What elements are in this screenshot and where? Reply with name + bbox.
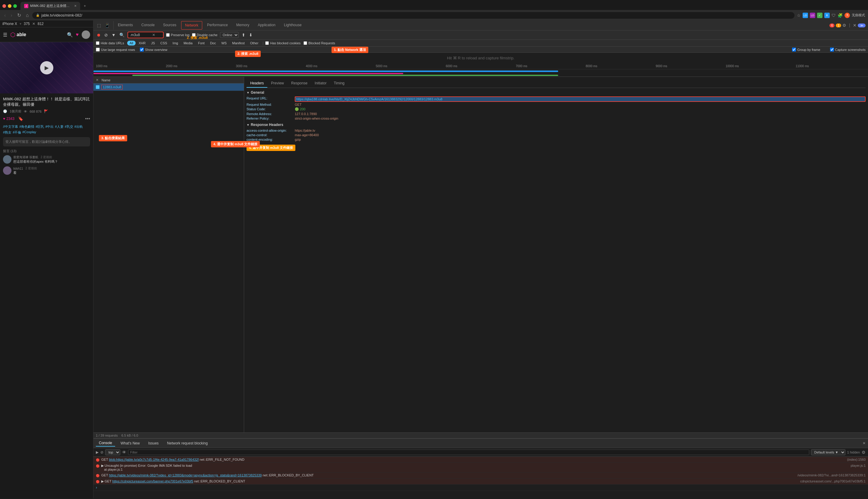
large-rows-option[interactable]: Use large request rows xyxy=(96,48,135,51)
console-context-selector[interactable]: top xyxy=(105,449,120,455)
tab-close-button[interactable]: ✕ xyxy=(74,4,76,8)
console-tab-issues[interactable]: Issues xyxy=(145,440,162,446)
filter-css-button[interactable]: CSS xyxy=(158,41,170,46)
site-search-icon[interactable]: 🔍 xyxy=(67,32,73,38)
clear-button[interactable]: ⊘ xyxy=(104,32,109,38)
search-filter-box[interactable]: ✕ xyxy=(127,32,164,38)
filter-img-button[interactable]: Img xyxy=(170,41,181,46)
entry-4-link[interactable]: cdnpictureasset.com/...php7001e67e03bf5:… xyxy=(800,479,866,483)
tag-big[interactable]: #巨乳 xyxy=(36,124,44,129)
console-filter-input[interactable] xyxy=(128,450,809,455)
back-button[interactable]: ‹ xyxy=(3,12,7,19)
minimize-traffic-light[interactable] xyxy=(8,4,11,8)
video-thumbnail[interactable]: ▶ xyxy=(0,42,93,94)
devtools-more-icon[interactable]: ⋮ xyxy=(847,23,852,28)
console-levels-selector[interactable]: Default levels ▼ xyxy=(811,449,845,455)
filter-xhr-button[interactable]: XHR xyxy=(136,41,148,46)
tag-wife[interactable]: #人妻 xyxy=(55,124,64,129)
devtools-close-icon[interactable]: ✕ xyxy=(853,23,857,28)
tab-elements[interactable]: Elements xyxy=(114,21,137,30)
console-settings-icon[interactable]: ⚙ xyxy=(862,450,866,455)
console-tab-console[interactable]: Console xyxy=(96,440,115,447)
filter-clear-button[interactable]: ✕ xyxy=(152,33,155,37)
inspect-icon[interactable]: ⬚ xyxy=(96,21,102,29)
entry-3-url[interactable]: https://jable.tv/videos/mimk-082/?video_… xyxy=(109,473,261,477)
record-button[interactable]: ⏺ xyxy=(96,32,101,38)
hide-data-urls-checkbox[interactable]: Hide data URLs xyxy=(96,41,124,45)
search-filter-input[interactable] xyxy=(130,33,151,37)
extension-4-icon[interactable]: ⬇ xyxy=(824,13,830,18)
tab-headers[interactable]: Headers xyxy=(246,79,267,88)
maximize-traffic-light[interactable] xyxy=(13,4,17,8)
tab-console[interactable]: Console xyxy=(137,21,159,30)
forward-button[interactable]: › xyxy=(9,12,13,19)
site-favorite-icon[interactable]: ♥ xyxy=(76,32,79,37)
has-blocked-cookies-checkbox[interactable]: Has blocked cookies xyxy=(265,41,301,45)
active-tab[interactable]: J MIMK-082 超想上這身體！！ 就... ✕ xyxy=(21,2,80,10)
filter-doc-button[interactable]: Doc xyxy=(208,41,219,46)
extension-1-icon[interactable]: LD xyxy=(803,13,808,18)
console-tab-network-blocking[interactable]: Network request blocking xyxy=(164,440,211,446)
tag-subtitle[interactable]: //中文字幕 xyxy=(3,124,18,129)
tab-initiator[interactable]: Initiator xyxy=(311,79,330,88)
entry-4-url[interactable]: https://cdnpictureasset.com/banner.php70… xyxy=(112,479,193,483)
tab-performance[interactable]: Performance xyxy=(203,21,232,30)
filter-button[interactable]: ▼ xyxy=(111,32,116,38)
close-traffic-light[interactable] xyxy=(2,4,6,8)
request-url-value[interactable]: https://qba188.cdnlab.live/hls/D_XljZ4Jb… xyxy=(295,96,866,102)
filter-js-button[interactable]: JS xyxy=(149,41,157,46)
request-row-m3u8[interactable]: 12883.m3u8 xyxy=(94,84,244,91)
console-tab-whats-new[interactable]: What's New xyxy=(118,440,143,446)
hamburger-menu-icon[interactable]: ☰ xyxy=(3,32,7,38)
search-button[interactable]: 🔍 xyxy=(119,32,125,38)
entry-1-link[interactable]: (index):1560 xyxy=(847,458,866,461)
console-close-button[interactable]: ✕ xyxy=(863,441,866,445)
user-profile-icon[interactable]: 无 xyxy=(844,13,850,18)
entry-2-link[interactable]: player.js:1 xyxy=(851,464,866,467)
filter-all-button[interactable]: All xyxy=(127,41,136,46)
devtools-settings-icon[interactable]: ⚙ xyxy=(842,23,846,28)
throttle-selector[interactable]: Online xyxy=(220,32,239,38)
tag-drama[interactable]: #角色劇情 xyxy=(19,124,34,129)
bookmark-icon[interactable]: ☆ xyxy=(797,13,801,18)
new-tab-button[interactable]: + xyxy=(81,3,88,9)
entry-1-url[interactable]: blob:https://jable.tv/a0c7c7d5-1f4e-4245… xyxy=(109,458,199,461)
extension-2-icon[interactable]: LD xyxy=(810,13,815,18)
console-run-icon[interactable]: ▶ xyxy=(96,450,99,454)
tab-preview[interactable]: Preview xyxy=(267,79,288,88)
show-overview-option[interactable]: Show overview xyxy=(140,48,167,51)
preserve-log-checkbox[interactable]: Preserve log xyxy=(166,33,190,37)
tab-application[interactable]: Application xyxy=(254,21,280,30)
extensions-icon[interactable]: 🧩 xyxy=(838,13,843,18)
tab-sources[interactable]: Sources xyxy=(159,21,181,30)
tag-unfaithful[interactable]: #不倫 xyxy=(13,130,21,135)
tag-mature[interactable]: #熟女 xyxy=(3,130,11,135)
tag-breast[interactable]: #乳交 xyxy=(65,124,73,129)
address-bar[interactable]: 🔒 jable.tv/videos/mimk-082/ xyxy=(32,12,794,19)
extension-3-icon[interactable]: ✓ xyxy=(817,13,822,18)
bookmark-button[interactable]: 🔖 xyxy=(18,116,23,121)
tag-cum[interactable]: #中出 xyxy=(45,124,54,129)
user-avatar[interactable] xyxy=(82,31,90,39)
blocked-requests-checkbox[interactable]: Blocked Requests xyxy=(304,41,335,45)
filter-media-button[interactable]: Media xyxy=(181,41,195,46)
tab-timing[interactable]: Timing xyxy=(330,79,348,88)
reload-button[interactable]: ↻ xyxy=(16,12,22,19)
eye-visibility-icon[interactable]: 👁 xyxy=(122,450,126,455)
filter-other-button[interactable]: Other xyxy=(248,41,261,46)
more-options-button[interactable]: ••• xyxy=(85,116,90,121)
home-button[interactable]: ⌂ xyxy=(25,12,30,19)
export-icon[interactable]: ⬇ xyxy=(248,32,253,38)
tab-memory[interactable]: Memory xyxy=(232,21,254,30)
like-button[interactable]: ♥ 2343 xyxy=(3,117,14,121)
device-icon[interactable]: 📱 xyxy=(103,21,111,29)
tab-response[interactable]: Response xyxy=(288,79,311,88)
tag-affair[interactable]: #出軌 xyxy=(74,124,83,129)
capture-screenshots-option[interactable]: Capture screenshots xyxy=(830,48,866,51)
close-details-button[interactable]: ✕ xyxy=(96,78,99,82)
filter-font-button[interactable]: Font xyxy=(196,41,207,46)
play-button[interactable]: ▶ xyxy=(40,61,53,74)
import-icon[interactable]: ⬆ xyxy=(241,32,246,38)
group-by-frame-option[interactable]: Group by frame xyxy=(792,48,820,51)
shield-icon[interactable]: 🛡 xyxy=(832,13,836,18)
